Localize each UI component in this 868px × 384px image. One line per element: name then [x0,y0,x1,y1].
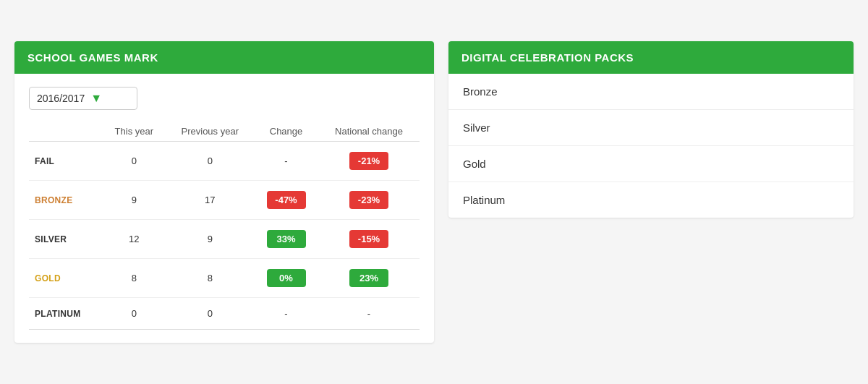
col-header-this-year: This year [102,121,166,142]
table-row: BRONZE917-47%-23% [29,181,420,220]
row-this-year: 0 [102,142,166,181]
chevron-down-icon: ▼ [90,92,129,105]
row-national-change: -23% [318,181,420,220]
table-row: PLATINUM00-- [29,298,420,330]
row-national-change: -21% [318,142,420,181]
national-change-badge: -15% [349,230,388,248]
left-panel-header: SCHOOL GAMES MARK [14,41,434,74]
right-panel-title: DIGITAL CELEBRATION PACKS [461,51,634,64]
left-panel-title: SCHOOL GAMES MARK [27,51,158,64]
col-header-change: Change [254,121,318,142]
left-panel-body: 2016/2017 ▼ This year Previous year Chan… [14,74,434,343]
col-header-previous-year: Previous year [166,121,254,142]
right-panel: DIGITAL CELEBRATION PACKS BronzeSilverGo… [448,41,854,218]
year-selector-value: 2016/2017 [37,93,85,104]
row-previous-year: 0 [166,298,254,330]
row-this-year: 9 [102,181,166,220]
year-selector[interactable]: 2016/2017 ▼ [29,87,137,110]
row-national-change: 23% [318,259,420,298]
row-this-year: 8 [102,259,166,298]
table-row: FAIL00--21% [29,142,420,181]
national-change-badge: -23% [349,191,388,209]
row-category: GOLD [29,259,102,298]
row-previous-year: 9 [166,220,254,259]
left-panel: SCHOOL GAMES MARK 2016/2017 ▼ This year … [14,41,434,343]
row-category: BRONZE [29,181,102,220]
data-table: This year Previous year Change National … [29,121,420,330]
col-header-category [29,121,102,142]
row-previous-year: 8 [166,259,254,298]
row-this-year: 12 [102,220,166,259]
celebration-item[interactable]: Bronze [448,74,854,110]
celebration-item[interactable]: Gold [448,146,854,182]
table-row: GOLD880%23% [29,259,420,298]
celebration-item[interactable]: Silver [448,110,854,146]
row-category: SILVER [29,220,102,259]
row-change: - [254,142,318,181]
row-this-year: 0 [102,298,166,330]
national-change-badge: 23% [349,269,388,287]
table-header-row: This year Previous year Change National … [29,121,420,142]
change-badge: 0% [267,269,306,287]
page-container: SCHOOL GAMES MARK 2016/2017 ▼ This year … [0,27,868,357]
national-change-badge: -21% [349,152,388,170]
row-change: -47% [254,181,318,220]
col-header-national-change: National change [318,121,420,142]
row-previous-year: 0 [166,142,254,181]
row-change: 33% [254,220,318,259]
row-previous-year: 17 [166,181,254,220]
right-panel-body: BronzeSilverGoldPlatinum [448,74,854,218]
row-national-change: -15% [318,220,420,259]
row-national-change: - [318,298,420,330]
row-category: PLATINUM [29,298,102,330]
celebration-item[interactable]: Platinum [448,182,854,218]
row-change: 0% [254,259,318,298]
right-panel-header: DIGITAL CELEBRATION PACKS [448,41,854,74]
row-category: FAIL [29,142,102,181]
row-change: - [254,298,318,330]
change-badge: 33% [267,230,306,248]
table-row: SILVER12933%-15% [29,220,420,259]
change-badge: -47% [267,191,306,209]
